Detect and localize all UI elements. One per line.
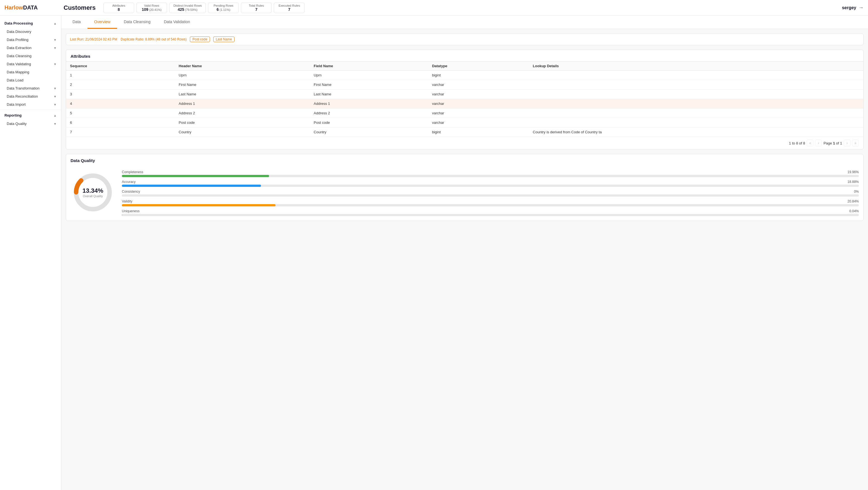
stat-label: Pending Rows bbox=[214, 4, 234, 7]
sidebar-item-data-mapping[interactable]: Data Mapping bbox=[0, 68, 61, 76]
sidebar-item-label: Data Quality bbox=[7, 122, 27, 126]
stat-box-attributes: Attributes 8 bbox=[103, 2, 134, 13]
table-cell bbox=[529, 80, 863, 90]
bar-pct: 18.88% bbox=[847, 180, 859, 184]
stat-label: Executed Rules bbox=[279, 4, 300, 7]
table-cell bbox=[529, 109, 863, 118]
col-header-header-name: Header Name bbox=[175, 62, 310, 70]
sidebar-item-label: Data Load bbox=[7, 78, 24, 82]
table-cell: Country is derived from Code of Country … bbox=[529, 127, 863, 137]
data-quality-card: Data Quality 13.34% Overall Quality bbox=[66, 154, 864, 221]
sidebar-item-data-validating[interactable]: Data Validating▼ bbox=[0, 60, 61, 68]
table-cell: varchar bbox=[428, 90, 529, 99]
table-body: 1UprnUprnbigint2First NameFirst Namevarc… bbox=[66, 70, 863, 137]
next-page-button[interactable]: › bbox=[844, 140, 850, 146]
table-cell: 1 bbox=[66, 70, 175, 80]
bar-meta: Completeness 19.96% bbox=[122, 170, 859, 174]
page-indicator: Page 1 of 1 bbox=[824, 141, 842, 145]
table-cell: 3 bbox=[66, 90, 175, 99]
bar-pct: 0.04% bbox=[849, 209, 859, 213]
stat-value: 6 (1.11%) bbox=[217, 7, 230, 12]
table-cell: 6 bbox=[66, 118, 175, 127]
donut-chart: 13.34% Overall Quality bbox=[70, 170, 115, 215]
table-cell: Post code bbox=[310, 118, 428, 127]
app-logo: Harlow DATA bbox=[4, 4, 60, 11]
table-cell bbox=[529, 70, 863, 80]
sidebar-item-data-load[interactable]: Data Load bbox=[0, 76, 61, 84]
table-cell: varchar bbox=[428, 109, 529, 118]
stat-box-valid-rows: Valid Rows 109 (20.41%) bbox=[136, 2, 167, 13]
logout-button[interactable]: → bbox=[859, 5, 864, 10]
chevron-down-icon: ▼ bbox=[54, 62, 57, 66]
bar-track bbox=[122, 204, 859, 206]
main-layout: Data Processing▲Data DiscoveryData Profi… bbox=[0, 16, 868, 490]
logo-data: DATA bbox=[23, 4, 38, 11]
stat-box-total-rules: Total Rules 7 bbox=[241, 2, 272, 13]
chevron-down-icon: ▼ bbox=[54, 46, 57, 50]
sidebar-section-label: Data Processing bbox=[4, 21, 33, 25]
stat-value: 8 bbox=[118, 7, 120, 12]
last-page-button[interactable]: » bbox=[852, 140, 859, 146]
sidebar-item-label: Data Profiling bbox=[7, 38, 28, 42]
tag-lastname[interactable]: Last Name bbox=[213, 36, 235, 42]
bar-label: Accuracy bbox=[122, 180, 135, 184]
table-cell: Last Name bbox=[310, 90, 428, 99]
bar-label: Validity bbox=[122, 200, 132, 203]
sidebar-item-data-profiling[interactable]: Data Profiling▼ bbox=[0, 36, 61, 44]
last-run-label: Last Run: 21/06/2024 02:43 PM bbox=[70, 37, 117, 41]
bar-meta: Uniqueness 0.04% bbox=[122, 209, 859, 213]
table-cell: First Name bbox=[310, 80, 428, 90]
quality-bar-consistency: Consistency 0% bbox=[122, 190, 859, 196]
col-header-sequence: Sequence bbox=[66, 62, 175, 70]
table-header: SequenceHeader NameField NameDatatypeLoo… bbox=[66, 62, 863, 70]
sidebar-item-label: Data Validating bbox=[7, 62, 31, 66]
tab-data[interactable]: Data bbox=[66, 16, 88, 29]
table-cell: Address 1 bbox=[310, 99, 428, 109]
sidebar-section-reporting[interactable]: Reporting▲ bbox=[0, 111, 61, 120]
content-area: Last Run: 21/06/2024 02:43 PM Duplicate … bbox=[61, 29, 868, 230]
sidebar-item-data-quality[interactable]: Data Quality▼ bbox=[0, 120, 61, 128]
tab-data-validation[interactable]: Data Validation bbox=[157, 16, 197, 29]
tab-overview[interactable]: Overview bbox=[88, 16, 117, 29]
sidebar-item-data-cleansing[interactable]: Data Cleansing bbox=[0, 52, 61, 60]
attributes-table-scroll[interactable]: SequenceHeader NameField NameDatatypeLoo… bbox=[66, 61, 863, 136]
sidebar-section-data-processing[interactable]: Data Processing▲ bbox=[0, 19, 61, 28]
table-cell: Country bbox=[175, 127, 310, 137]
sidebar-item-label: Data Mapping bbox=[7, 70, 29, 74]
sidebar-item-label: Data Reconciliation bbox=[7, 94, 38, 98]
table-row: 7CountryCountrybigintCountry is derived … bbox=[66, 127, 863, 137]
sidebar-item-data-discovery[interactable]: Data Discovery bbox=[0, 28, 61, 36]
sidebar: Data Processing▲Data DiscoveryData Profi… bbox=[0, 16, 61, 490]
page-label-text: Page bbox=[824, 141, 832, 145]
tab-data-cleansing[interactable]: Data Cleansing bbox=[117, 16, 157, 29]
bar-meta: Validity 20.84% bbox=[122, 200, 859, 203]
sidebar-item-data-import[interactable]: Data Import▼ bbox=[0, 100, 61, 109]
bar-track bbox=[122, 194, 859, 196]
sidebar-item-data-extraction[interactable]: Data Extraction▼ bbox=[0, 44, 61, 52]
table-cell: bigint bbox=[428, 127, 529, 137]
tag-postcode[interactable]: Post code bbox=[190, 36, 210, 42]
table-cell bbox=[529, 118, 863, 127]
app-header: Harlow DATA Customers Attributes 8Valid … bbox=[0, 0, 868, 16]
stat-value: 109 (20.41%) bbox=[142, 7, 161, 12]
attributes-card: Attributes SequenceHeader NameField Name… bbox=[66, 50, 864, 150]
first-page-button[interactable]: « bbox=[807, 140, 813, 146]
table-cell: Address 2 bbox=[310, 109, 428, 118]
table-row: 6Post codePost codevarchar bbox=[66, 118, 863, 127]
bar-pct: 19.96% bbox=[847, 170, 859, 174]
table-cell: bigint bbox=[428, 70, 529, 80]
attributes-table: SequenceHeader NameField NameDatatypeLoo… bbox=[66, 61, 863, 136]
stat-box-pending-rows: Pending Rows 6 (1.11%) bbox=[208, 2, 239, 13]
data-quality-title: Data Quality bbox=[66, 154, 863, 166]
chevron-up-icon: ▲ bbox=[54, 22, 57, 25]
bar-pct: 20.84% bbox=[847, 200, 859, 203]
chevron-down-icon: ▼ bbox=[54, 95, 57, 98]
sidebar-item-data-transformation[interactable]: Data Transformation▼ bbox=[0, 84, 61, 92]
bar-meta: Consistency 0% bbox=[122, 190, 859, 193]
sidebar-item-data-reconciliation[interactable]: Data Reconciliation▼ bbox=[0, 92, 61, 100]
col-header-field-name: Field Name bbox=[310, 62, 428, 70]
table-cell: First Name bbox=[175, 80, 310, 90]
chevron-down-icon: ▼ bbox=[54, 87, 57, 90]
prev-page-button[interactable]: ‹ bbox=[815, 140, 822, 146]
col-header-lookup-details: Lookup Details bbox=[529, 62, 863, 70]
